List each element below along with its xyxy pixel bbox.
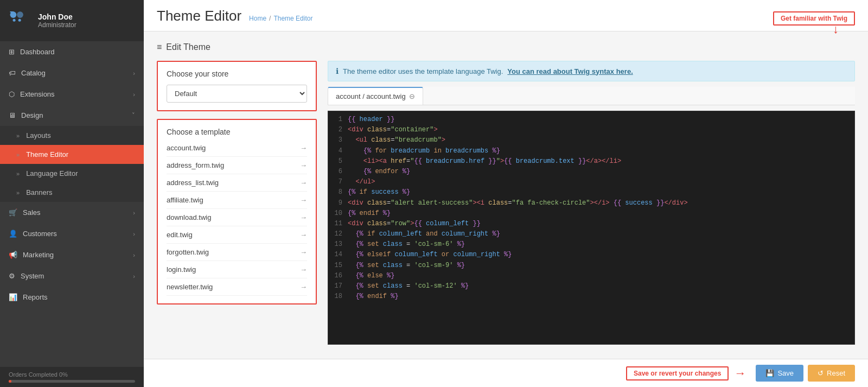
info-bar: ℹ The theme editor uses the template lan… (328, 61, 855, 81)
template-arrow-icon: → (300, 144, 307, 152)
chevron-right-icon: › (133, 231, 135, 237)
code-line-5: 5 <li><a href="{{ breadcrumb.href }}">{{… (328, 156, 854, 167)
extensions-icon: ⬡ (9, 90, 15, 98)
bottom-bar: Save or revert your changes → 💾 Save ↺ R… (144, 359, 868, 387)
chevron-right-icon: › (133, 273, 135, 280)
sidebar-item-label: Reports (23, 293, 135, 301)
code-line-2: 2 <div class="container"> (328, 125, 854, 135)
sidebar-item-system[interactable]: ⚙ System › (0, 265, 144, 287)
sidebar-item-design[interactable]: 🖥 Design ˅ (0, 105, 144, 126)
save-button[interactable]: 💾 Save (756, 365, 803, 382)
template-list: account.twig → address_form.twig → addre… (167, 139, 307, 296)
left-panel: Choose your store Default Choose a templ… (157, 61, 317, 345)
template-arrow-icon: → (300, 213, 307, 221)
user-info: John Doe Administrator (38, 12, 76, 29)
sidebar-item-label: Customers (23, 230, 127, 238)
store-select[interactable]: Default (167, 85, 307, 103)
code-line-17: 17 {% set class = 'col-sm-12' %} (328, 281, 854, 291)
code-line-15: 15 {% set class = 'col-sm-9' %} (328, 261, 854, 271)
template-arrow-icon: → (300, 265, 307, 274)
code-line-9: 9 <div class="alert alert-success"><i cl… (328, 198, 854, 208)
save-icon: 💾 (765, 369, 774, 377)
sidebar-item-catalog[interactable]: 🏷 Catalog › (0, 62, 144, 84)
sidebar-item-theme-editor[interactable]: » Theme Editor (0, 145, 144, 164)
template-item-address-list[interactable]: address_list.twig → (167, 174, 307, 192)
chevron-right-icon: › (133, 70, 135, 77)
code-line-3: 3 <ul class="breadcrumb"> (328, 135, 854, 145)
chevron-right-icon: › (133, 91, 135, 98)
section-title-text: Edit Theme (166, 42, 210, 52)
sidebar: John Doe Administrator ⊞ Dashboard 🏷 Cat… (0, 0, 144, 387)
reset-button[interactable]: ↺ Reset (808, 365, 855, 382)
template-arrow-icon: → (300, 248, 307, 256)
reports-icon: 📊 (9, 293, 17, 301)
save-callout-wrap: Save or revert your changes → (626, 366, 746, 380)
sidebar-item-label: Design (21, 111, 126, 119)
template-name: affiliate.twig (167, 196, 203, 204)
reset-label: Reset (827, 369, 845, 377)
template-item-forgotten[interactable]: forgotten.twig → (167, 244, 307, 261)
code-line-8: 8 {% if success %} (328, 187, 854, 198)
customers-icon: 👤 (9, 230, 17, 238)
sidebar-item-reports[interactable]: 📊 Reports (0, 287, 144, 308)
template-name: forgotten.twig (167, 248, 209, 256)
svg-point-4 (18, 19, 21, 22)
sidebar-item-label: Dashboard (20, 48, 135, 56)
tab-label: account / account.twig (336, 92, 406, 100)
template-arrow-icon: → (300, 283, 307, 291)
code-line-4: 4 {% for breadcrumb in breadcrumbs %} (328, 146, 854, 156)
info-icon: ℹ (336, 67, 339, 75)
sidebar-item-extensions[interactable]: ⬡ Extensions › (0, 84, 144, 105)
sidebar-item-label: System (21, 272, 127, 280)
sidebar-item-sales[interactable]: 🛒 Sales › (0, 202, 144, 223)
main-content: Theme Editor Home / Theme Editor Get fam… (144, 0, 868, 387)
svg-point-1 (17, 11, 23, 18)
template-name: address_form.twig (167, 161, 224, 169)
sidebar-sub-label: Language Editor (26, 169, 78, 177)
sidebar-item-dashboard[interactable]: ⊞ Dashboard (0, 41, 144, 62)
design-submenu: » Layouts » Theme Editor » Language Edit… (0, 126, 144, 202)
sidebar-item-label: Marketing (23, 251, 127, 259)
template-arrow-icon: → (300, 161, 307, 169)
tab-account-twig[interactable]: account / account.twig ⊖ (328, 87, 423, 105)
twig-syntax-link[interactable]: You can read about Twig syntax here. (507, 67, 633, 75)
code-line-7: 7 </ul> (328, 177, 854, 187)
sidebar-item-customers[interactable]: 👤 Customers › (0, 223, 144, 244)
sidebar-sub-label: Layouts (26, 131, 51, 139)
template-item-login[interactable]: login.twig → (167, 261, 307, 278)
sidebar-footer: Orders Completed 0% (0, 367, 144, 387)
sidebar-item-label: Sales (23, 208, 127, 217)
store-box: Choose your store Default (157, 61, 317, 111)
breadcrumb: Home / Theme Editor (249, 15, 312, 22)
save-label: Save (777, 369, 794, 377)
marketing-icon: 📢 (9, 251, 17, 259)
right-panel: ℹ The theme editor uses the template lan… (328, 61, 855, 345)
code-line-12: 12 {% if column_left and column_right %} (328, 229, 854, 239)
footer-value: 0% (59, 371, 68, 378)
reset-icon: ↺ (818, 369, 824, 377)
chevron-right-icon: › (133, 252, 135, 258)
code-editor[interactable]: 1 {{ header }} 2 <div class="container">… (328, 111, 855, 345)
template-item-account[interactable]: account.twig → (167, 139, 307, 157)
template-item-affiliate[interactable]: affiliate.twig → (167, 192, 307, 209)
progress-bar (9, 380, 135, 383)
page-header: Theme Editor Home / Theme Editor Get fam… (144, 0, 868, 31)
info-text: The theme editor uses the template langu… (343, 67, 503, 75)
breadcrumb-current[interactable]: Theme Editor (273, 15, 312, 22)
sidebar-item-language-editor[interactable]: » Language Editor (0, 164, 144, 183)
close-icon[interactable]: ⊖ (409, 92, 415, 100)
template-item-download[interactable]: download.twig → (167, 209, 307, 226)
breadcrumb-home[interactable]: Home (249, 15, 266, 22)
breadcrumb-separator: / (269, 15, 271, 22)
template-name: account.twig (167, 144, 206, 152)
template-item-newsletter[interactable]: newsletter.twig → (167, 278, 307, 296)
code-line-18: 18 {% endif %} (328, 291, 854, 302)
template-item-address-form[interactable]: address_form.twig → (167, 157, 307, 174)
sidebar-item-banners[interactable]: » Banners (0, 183, 144, 202)
code-line-11: 11 <div class="row">{{ column_left }} (328, 219, 854, 229)
template-arrow-icon: → (300, 179, 307, 187)
template-item-edit[interactable]: edit.twig → (167, 226, 307, 244)
sidebar-item-layouts[interactable]: » Layouts (0, 126, 144, 145)
sidebar-item-marketing[interactable]: 📢 Marketing › (0, 244, 144, 265)
user-avatar-icon (9, 9, 31, 32)
